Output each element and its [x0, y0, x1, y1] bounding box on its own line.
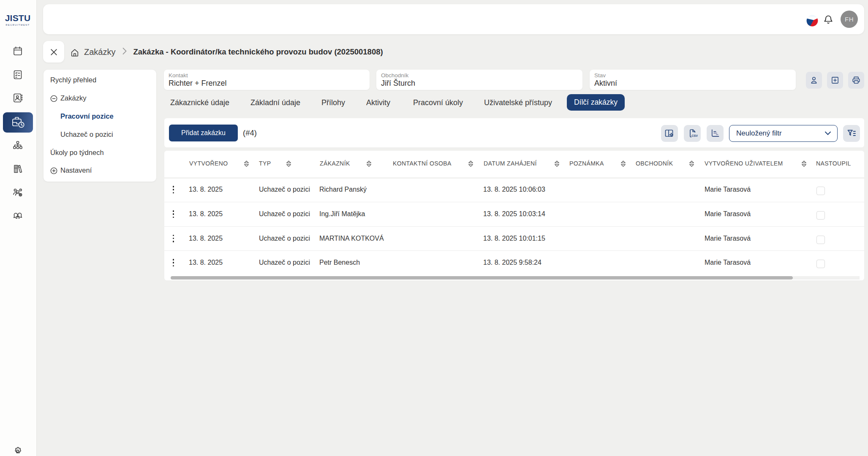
svg-text:CSV: CSV — [691, 134, 698, 138]
